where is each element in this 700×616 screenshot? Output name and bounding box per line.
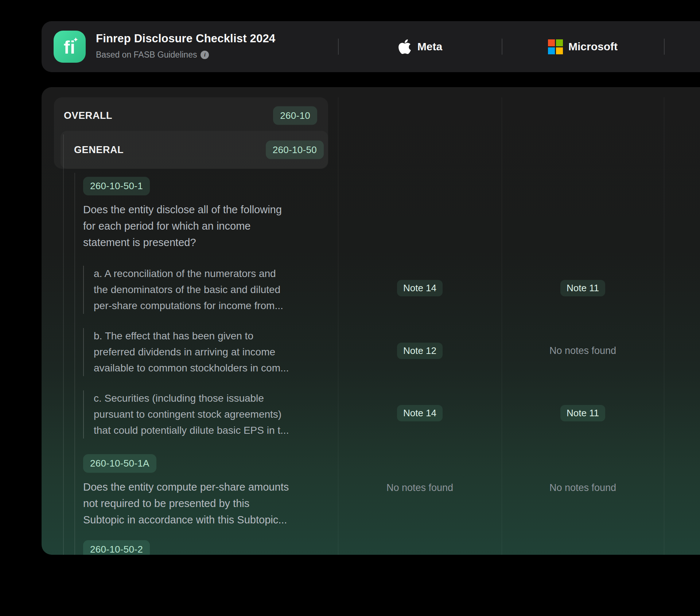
header-bar: fi ✦ Finrep Disclosure Checklist 2024 Ba… — [42, 21, 700, 72]
company-name-microsoft: Microsoft — [568, 40, 618, 53]
note-badge[interactable]: Note 14 — [397, 280, 443, 296]
section-label-overall: OVERALL — [64, 110, 112, 121]
checklist-card: OVERALL 260-10 GENERAL 260-10-50 260-10-… — [42, 87, 700, 555]
section-row-general[interactable]: GENERAL 260-10-50 — [61, 131, 328, 169]
subitem-c-text: c. Securities (including those issuable … — [83, 390, 309, 438]
info-icon[interactable]: i — [201, 51, 209, 59]
apple-icon — [397, 38, 412, 55]
no-notes-label: No notes found — [386, 482, 453, 494]
item-code-badge[interactable]: 260-10-50-1A — [83, 454, 156, 473]
subitem-a-text: a. A reconciliation of the numerators an… — [83, 266, 309, 314]
company-header-meta[interactable]: Meta — [338, 21, 502, 72]
note-cell-microsoft: No notes found — [502, 342, 664, 359]
note-badge[interactable]: Note 11 — [560, 405, 605, 421]
header-divider — [664, 39, 665, 55]
question-text: Does the entity compute per-share amount… — [83, 479, 316, 528]
section-panel: OVERALL 260-10 GENERAL 260-10-50 — [54, 97, 328, 169]
note-badge[interactable]: Note 12 — [397, 343, 443, 359]
note-badge[interactable]: Note 14 — [397, 405, 443, 421]
no-notes-label: No notes found — [549, 345, 616, 356]
note-cell-meta: Note 14 — [338, 280, 502, 296]
note-cell-meta: Note 14 — [338, 405, 502, 421]
tree-guide-line — [74, 173, 75, 555]
note-cell-meta: Note 12 — [338, 342, 502, 359]
section-code-badge[interactable]: 260-10-50 — [266, 141, 324, 159]
company-name-meta: Meta — [417, 40, 442, 53]
section-label-general: GENERAL — [74, 144, 124, 156]
subitem-b-text: b. The effect that has been given to pre… — [83, 328, 309, 376]
company-header-microsoft[interactable]: Microsoft — [502, 21, 664, 72]
page-subtitle: Based on FASB Guidelines — [96, 50, 197, 60]
question-text: Does the entity disclose all of the foll… — [83, 202, 316, 251]
note-cell-microsoft: No notes found — [502, 479, 664, 496]
sparkle-icon: ✦ — [73, 36, 78, 44]
section-row-overall[interactable]: OVERALL 260-10 — [54, 97, 328, 134]
column-divider — [664, 97, 664, 555]
section-code-badge[interactable]: 260-10 — [273, 106, 317, 125]
note-cell-microsoft: Note 11 — [502, 280, 664, 296]
no-notes-label: No notes found — [549, 482, 616, 494]
note-badge[interactable]: Note 11 — [560, 280, 605, 296]
item-code-badge[interactable]: 260-10-50-1 — [83, 177, 150, 195]
note-cell-meta: No notes found — [338, 479, 502, 496]
tree-guide-line — [63, 134, 64, 555]
item-code-badge[interactable]: 260-10-50-2 — [83, 540, 150, 555]
note-cell-microsoft: Note 11 — [502, 405, 664, 421]
microsoft-icon — [548, 39, 563, 54]
page-title: Finrep Disclosure Checklist 2024 — [96, 32, 275, 45]
app-logo-icon: fi ✦ — [54, 31, 86, 63]
